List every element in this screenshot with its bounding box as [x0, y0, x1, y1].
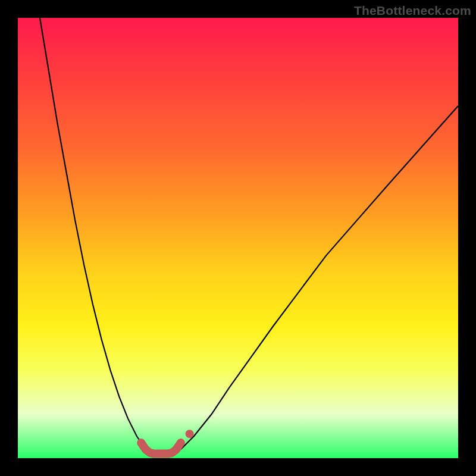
chart-frame: TheBottleneck.com: [0, 0, 476, 476]
trough-marker: [141, 443, 181, 454]
left-curve: [40, 18, 146, 449]
chart-svg: [18, 18, 458, 458]
trough-end-dot: [186, 430, 194, 438]
plot-area: [18, 18, 458, 458]
right-curve: [181, 106, 458, 449]
watermark-text: TheBottleneck.com: [354, 4, 471, 18]
